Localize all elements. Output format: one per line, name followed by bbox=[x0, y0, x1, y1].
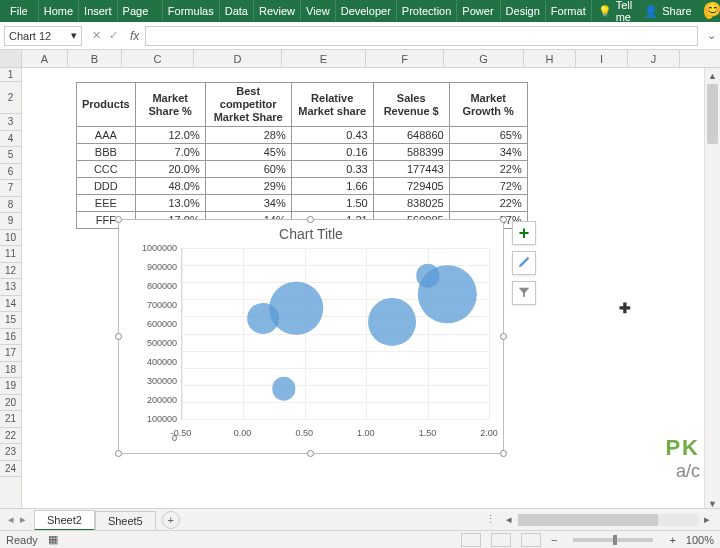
cell[interactable]: 1.66 bbox=[291, 178, 373, 195]
normal-view-button[interactable] bbox=[461, 533, 481, 547]
ribbon-tab-design[interactable]: Design bbox=[501, 0, 546, 22]
bubble-FFF[interactable] bbox=[368, 298, 416, 346]
ribbon-tab-view[interactable]: View bbox=[301, 0, 336, 22]
tab-scroll-split[interactable]: ⋮ bbox=[485, 513, 496, 526]
row-header[interactable]: 24 bbox=[0, 461, 21, 478]
tell-me[interactable]: 💡 Tell me bbox=[592, 0, 639, 23]
cell[interactable]: 0.33 bbox=[291, 161, 373, 178]
sheet-tab[interactable]: Sheet5 bbox=[95, 511, 156, 530]
page-layout-view-button[interactable] bbox=[491, 533, 511, 547]
chart-filters-button[interactable] bbox=[512, 281, 536, 305]
th-products[interactable]: Products bbox=[77, 83, 136, 127]
scroll-up-arrow-icon[interactable]: ▲ bbox=[705, 68, 720, 84]
row-header[interactable]: 12 bbox=[0, 263, 21, 280]
cell[interactable]: 648860 bbox=[373, 127, 449, 144]
file-tab[interactable]: File bbox=[0, 0, 39, 22]
chart-object[interactable]: Chart Title 1000000 900000 800000 700000… bbox=[118, 219, 504, 454]
ribbon-tab-formulas[interactable]: Formulas bbox=[163, 0, 220, 22]
table-row[interactable]: AAA12.0%28%0.4364886065% bbox=[77, 127, 528, 144]
row-header[interactable]: 2 bbox=[0, 82, 21, 114]
row-header[interactable]: 1 bbox=[0, 68, 21, 82]
cell[interactable]: AAA bbox=[77, 127, 136, 144]
cell[interactable]: 0.43 bbox=[291, 127, 373, 144]
ribbon-tab-format[interactable]: Format bbox=[546, 0, 592, 22]
cell[interactable]: 72% bbox=[449, 178, 527, 195]
ribbon-tab-pagelayout[interactable]: Page Layo bbox=[118, 0, 163, 22]
chart-elements-button[interactable]: + bbox=[512, 221, 536, 245]
share-button[interactable]: 👤 Share bbox=[638, 5, 697, 18]
resize-handle[interactable] bbox=[115, 216, 122, 223]
ribbon-tab-review[interactable]: Review bbox=[254, 0, 301, 22]
row-header[interactable]: 22 bbox=[0, 428, 21, 445]
th-best-competitor[interactable]: Best competitor Market Share bbox=[205, 83, 291, 127]
cell[interactable]: 13.0% bbox=[135, 195, 205, 212]
cell[interactable]: 20.0% bbox=[135, 161, 205, 178]
row-header[interactable]: 18 bbox=[0, 362, 21, 379]
cell[interactable]: 7.0% bbox=[135, 144, 205, 161]
th-sales-revenue[interactable]: Sales Revenue $ bbox=[373, 83, 449, 127]
fx-icon[interactable]: fx bbox=[124, 29, 145, 43]
cell[interactable]: 177443 bbox=[373, 161, 449, 178]
sheet-nav-first-icon[interactable]: ◂ bbox=[6, 513, 16, 526]
table-row[interactable]: DDD48.0%29%1.6672940572% bbox=[77, 178, 528, 195]
col-header-H[interactable]: H bbox=[524, 50, 576, 67]
new-sheet-button[interactable]: + bbox=[162, 511, 180, 529]
col-header-E[interactable]: E bbox=[282, 50, 366, 67]
sheet-tab-active[interactable]: Sheet2 bbox=[34, 510, 95, 531]
row-header[interactable]: 4 bbox=[0, 131, 21, 148]
formula-input[interactable] bbox=[145, 26, 698, 46]
cell[interactable]: 60% bbox=[205, 161, 291, 178]
col-header-B[interactable]: B bbox=[68, 50, 122, 67]
cell[interactable]: 12.0% bbox=[135, 127, 205, 144]
table-row[interactable]: CCC20.0%60%0.3317744322% bbox=[77, 161, 528, 178]
ribbon-tab-home[interactable]: Home bbox=[39, 0, 79, 22]
data-table[interactable]: Products Market Share % Best competitor … bbox=[76, 82, 528, 229]
row-header[interactable]: 19 bbox=[0, 378, 21, 395]
cell[interactable]: 838025 bbox=[373, 195, 449, 212]
th-relative-market[interactable]: Relative Market share bbox=[291, 83, 373, 127]
cell[interactable]: BBB bbox=[77, 144, 136, 161]
resize-handle[interactable] bbox=[115, 333, 122, 340]
bubble-CCC[interactable] bbox=[272, 377, 295, 400]
col-header-G[interactable]: G bbox=[444, 50, 524, 67]
bubble-AAA[interactable] bbox=[269, 281, 323, 335]
name-box[interactable]: Chart 12 ▾ bbox=[4, 26, 82, 46]
zoom-level[interactable]: 100% bbox=[686, 534, 714, 546]
cancel-icon[interactable]: ✕ bbox=[92, 29, 101, 42]
row-header[interactable]: 20 bbox=[0, 395, 21, 412]
select-all-triangle[interactable] bbox=[0, 50, 22, 67]
macro-record-icon[interactable]: ▦ bbox=[48, 533, 58, 546]
th-market-growth[interactable]: Market Growth % bbox=[449, 83, 527, 127]
scroll-thumb[interactable] bbox=[707, 84, 718, 144]
table-row[interactable]: BBB7.0%45%0.1658839934% bbox=[77, 144, 528, 161]
col-header-J[interactable]: J bbox=[628, 50, 680, 67]
row-header[interactable]: 16 bbox=[0, 329, 21, 346]
ribbon-tab-protection[interactable]: Protection bbox=[397, 0, 458, 22]
row-header[interactable]: 7 bbox=[0, 180, 21, 197]
hscroll-thumb[interactable] bbox=[518, 514, 658, 526]
row-header[interactable]: 14 bbox=[0, 296, 21, 313]
page-break-view-button[interactable] bbox=[521, 533, 541, 547]
row-header[interactable]: 15 bbox=[0, 312, 21, 329]
row-header[interactable]: 21 bbox=[0, 411, 21, 428]
col-header-I[interactable]: I bbox=[576, 50, 628, 67]
cells-area[interactable]: Products Market Share % Best competitor … bbox=[22, 68, 720, 512]
cell[interactable]: 28% bbox=[205, 127, 291, 144]
chevron-down-icon[interactable]: ▾ bbox=[71, 29, 77, 42]
resize-handle[interactable] bbox=[500, 216, 507, 223]
th-market-share[interactable]: Market Share % bbox=[135, 83, 205, 127]
cell[interactable]: 29% bbox=[205, 178, 291, 195]
chart-title[interactable]: Chart Title bbox=[119, 220, 503, 244]
cell[interactable]: 1.50 bbox=[291, 195, 373, 212]
table-row[interactable]: EEE13.0%34%1.5083802522% bbox=[77, 195, 528, 212]
cell[interactable]: 48.0% bbox=[135, 178, 205, 195]
cell[interactable]: 588399 bbox=[373, 144, 449, 161]
feedback-smiley-icon[interactable] bbox=[704, 3, 714, 19]
cell[interactable]: DDD bbox=[77, 178, 136, 195]
cell[interactable]: 65% bbox=[449, 127, 527, 144]
row-header[interactable]: 10 bbox=[0, 230, 21, 247]
cell[interactable]: 34% bbox=[449, 144, 527, 161]
resize-handle[interactable] bbox=[500, 450, 507, 457]
vertical-scrollbar[interactable]: ▲ ▼ bbox=[704, 68, 720, 512]
enter-icon[interactable]: ✓ bbox=[109, 29, 118, 42]
